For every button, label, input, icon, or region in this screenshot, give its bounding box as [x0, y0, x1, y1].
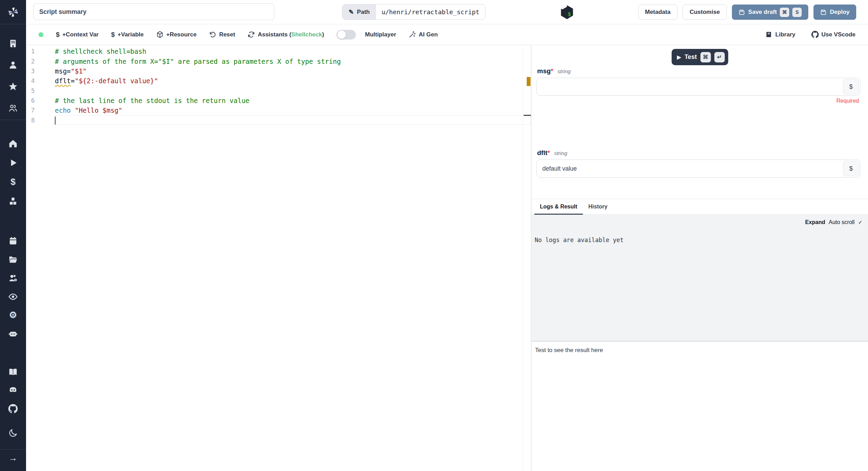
cursor-marker: [524, 115, 531, 116]
deploy-label: Deploy: [830, 9, 850, 16]
edit-path-button[interactable]: ✎ Path: [342, 5, 376, 19]
status-dot: [39, 32, 43, 37]
wand-sparkles-icon: [409, 31, 416, 38]
msg-field-label: msg* string: [537, 67, 570, 75]
sidebar-divider: [0, 120, 26, 120]
sidebar-item-schedules[interactable]: [0, 236, 26, 246]
sidebar-item-ai[interactable]: [0, 328, 26, 339]
summary-input[interactable]: [33, 3, 274, 20]
save-draft-button[interactable]: Save draft ⌘ S: [732, 5, 808, 20]
sidebar-item-discord[interactable]: [0, 385, 26, 395]
dollar-icon: $: [849, 83, 853, 91]
sidebar-item-dark-mode[interactable]: [0, 428, 26, 438]
dollar-icon: $: [10, 177, 15, 186]
code-line[interactable]: 1# shellcheck shell=bash: [26, 46, 531, 56]
library-button[interactable]: Library: [765, 31, 795, 38]
dollar-icon: $: [849, 165, 853, 172]
gear-icon: ⚙: [9, 310, 17, 319]
save-icon: [738, 9, 745, 16]
msg-input[interactable]: [537, 83, 843, 91]
shellcheck-label: Shellcheck: [291, 31, 322, 38]
field-name: dflt*: [537, 149, 550, 157]
insert-variable-button[interactable]: $: [843, 79, 859, 94]
code-line[interactable]: 4dflt="${2:-default value}": [26, 76, 531, 86]
package-icon: [156, 31, 164, 38]
tab-history[interactable]: History: [583, 199, 613, 214]
save-draft-label: Save draft: [748, 9, 777, 16]
assistants-button[interactable]: Assistants (Shellcheck): [248, 31, 324, 38]
windmill-logo[interactable]: [0, 0, 26, 24]
book-icon: [765, 31, 773, 38]
sidebar-item-variables[interactable]: $: [0, 177, 26, 187]
customise-label: Customise: [690, 9, 720, 16]
text-cursor: [55, 117, 56, 125]
sidebar-divider: [0, 449, 26, 449]
sidebar-item-github[interactable]: [0, 403, 26, 414]
code-editor[interactable]: 1# shellcheck shell=bash2# arguments of …: [26, 45, 531, 471]
expand-button[interactable]: Expand: [805, 219, 825, 225]
users-gear-icon: [8, 274, 18, 283]
top-bar: ✎ Path u/henri/retractable_script $ Meta…: [26, 0, 868, 24]
path-label: Path: [357, 9, 370, 16]
sidebar-item-docs[interactable]: [0, 367, 26, 377]
test-button[interactable]: ▶ Test ⌘ ↵: [671, 49, 728, 65]
sidebar-item-folders[interactable]: [0, 254, 26, 265]
sidebar-item-groups[interactable]: [0, 103, 26, 113]
sidebar-item-resources[interactable]: [0, 196, 26, 206]
line-number: 8: [26, 117, 35, 124]
add-context-var-button[interactable]: $ +Context Var: [56, 31, 99, 38]
dflt-input[interactable]: [537, 165, 843, 172]
sidebar-item-runs[interactable]: [0, 157, 26, 168]
insert-variable-button[interactable]: $: [843, 161, 859, 176]
check-icon: ✓: [858, 219, 862, 225]
editor-toolbar: $ +Context Var $ +Variable +Resource Res…: [26, 24, 868, 45]
add-variable-button[interactable]: $ +Variable: [111, 31, 144, 38]
editor-scrollbar[interactable]: [523, 45, 531, 471]
windmill-logo-icon: [7, 6, 19, 18]
sidebar-item-settings[interactable]: ⚙: [0, 310, 26, 320]
sidebar-item-workers[interactable]: [0, 273, 26, 283]
user-icon: [8, 60, 18, 70]
script-path[interactable]: u/henri/retractable_script: [376, 5, 485, 19]
sidebar-collapse-button[interactable]: →: [0, 453, 26, 463]
dflt-input-wrapper: $: [536, 160, 860, 178]
multiplayer-toggle[interactable]: [336, 30, 356, 40]
dollar-icon: $: [111, 31, 115, 38]
star-icon: [8, 82, 18, 91]
metadata-button[interactable]: Metadata: [638, 5, 678, 20]
s-key-badge: S: [792, 8, 802, 17]
right-panel: ▶ Test ⌘ ↵ msg* string $ Required dflt* …: [532, 45, 868, 471]
play-icon: [8, 158, 18, 168]
code-line[interactable]: 3msg="$1": [26, 66, 531, 76]
add-resource-button[interactable]: +Resource: [156, 31, 197, 38]
multiplayer-label: Multiplayer: [365, 31, 396, 38]
code-line[interactable]: 5: [26, 86, 531, 95]
enter-key-badge: ↵: [714, 52, 725, 62]
sidebar-item-workspace[interactable]: [0, 38, 26, 49]
sidebar-item-home[interactable]: [0, 138, 26, 148]
reset-button[interactable]: Reset: [209, 31, 235, 38]
autoscroll-toggle[interactable]: Auto scroll: [829, 219, 855, 225]
sidebar-item-user[interactable]: [0, 60, 26, 70]
tab-logs-result[interactable]: Logs & Result: [534, 199, 583, 214]
calendar-icon: [8, 236, 18, 246]
result-tabs: Logs & Result History: [532, 199, 868, 215]
deploy-button[interactable]: Deploy: [813, 5, 856, 20]
code-line[interactable]: 2# arguments of the form X="$I" are pars…: [26, 56, 531, 66]
github-icon: [8, 404, 18, 413]
dollar-icon: $: [56, 31, 60, 38]
required-star: *: [551, 67, 553, 75]
result-placeholder: Test to see the result here: [535, 347, 603, 354]
code-line[interactable]: 8: [26, 115, 531, 125]
customise-button[interactable]: Customise: [683, 5, 727, 20]
sidebar-item-favorites[interactable]: [0, 81, 26, 92]
sidebar-item-audit-logs[interactable]: [0, 291, 26, 302]
eye-icon: [8, 292, 18, 301]
home-icon: [8, 139, 18, 148]
code-line[interactable]: 6# the last line of the stdout is the re…: [26, 96, 531, 105]
assistants-label: Assistants (Shellcheck): [258, 31, 324, 38]
msg-input-wrapper: $: [536, 78, 860, 96]
use-vscode-button[interactable]: Use VScode: [811, 31, 856, 38]
ai-gen-button[interactable]: AI Gen: [409, 31, 438, 38]
code-line[interactable]: 7echo "Hello $msg": [26, 105, 531, 115]
